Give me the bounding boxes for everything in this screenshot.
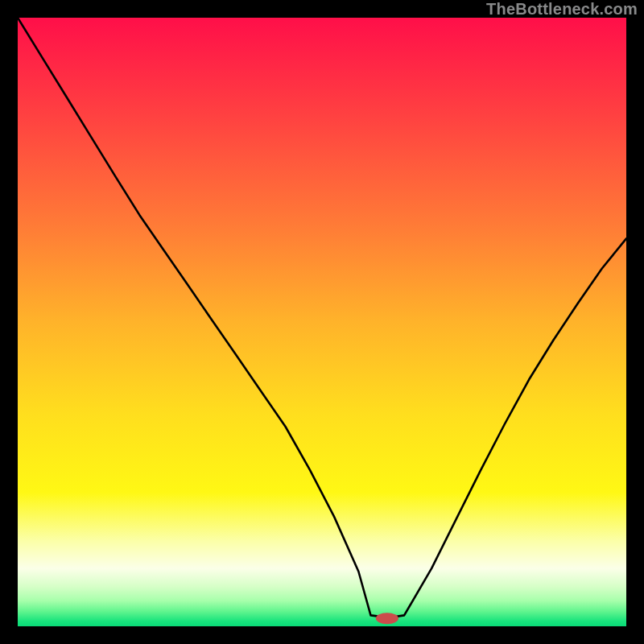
chart-svg [18, 18, 626, 626]
plot-area [18, 18, 626, 626]
minimum-marker [376, 613, 398, 624]
chart-frame: TheBottleneck.com [0, 0, 644, 644]
watermark-text: TheBottleneck.com [486, 0, 638, 19]
gradient-background [18, 18, 626, 626]
